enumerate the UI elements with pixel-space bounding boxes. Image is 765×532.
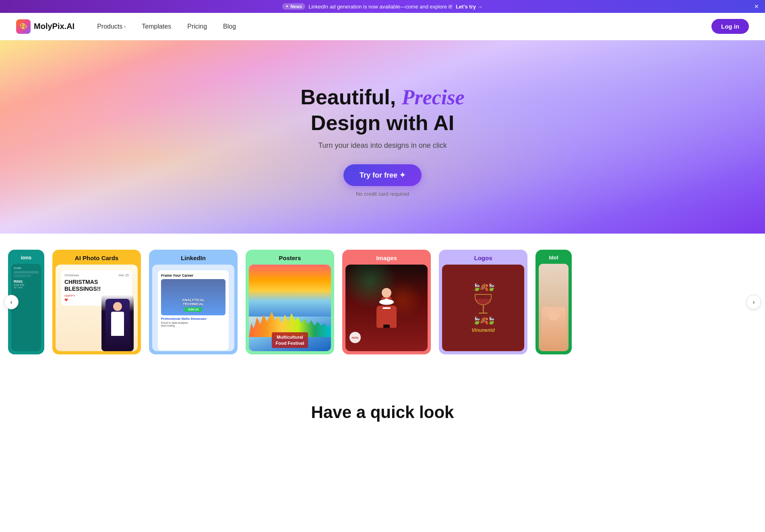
card-linkedin[interactable]: LinkedIn Frame Your Career ANALYTICALTEC… xyxy=(149,250,238,354)
nav-templates[interactable]: Templates xyxy=(135,20,178,33)
card-images-label: Images xyxy=(342,250,431,265)
header: 🎨 MolyPix.AI Products › Templates Pricin… xyxy=(0,13,765,40)
cards-track: ions Invite RING 5:00 PM 56-7490 AI Phot… xyxy=(0,242,765,362)
logo-icon: 🎨 xyxy=(16,19,31,34)
news-badge: News xyxy=(282,3,305,10)
card-invitations-label: ions xyxy=(8,250,44,264)
products-arrow-icon: › xyxy=(124,24,126,29)
card-photo-cards[interactable]: AI Photo Cards Christmas Dec 25 CHRISTMA… xyxy=(52,250,141,354)
no-credit-text: No credit card required xyxy=(300,191,464,197)
header-right: Log in xyxy=(711,19,749,34)
logo-text: MolyPix.AI xyxy=(34,22,74,31)
hero-section: Beautiful, Precise Design with AI Turn y… xyxy=(0,40,765,234)
announcement-link[interactable]: Let's try → xyxy=(456,4,483,10)
main-nav: Products › Templates Pricing Blog xyxy=(91,20,711,33)
card-idol-label: Idol xyxy=(536,250,572,264)
login-button[interactable]: Log in xyxy=(711,19,749,34)
hero-title-line1: Beautiful, Precise xyxy=(300,85,464,109)
nav-pricing[interactable]: Pricing xyxy=(181,20,213,33)
card-logos-label: Logos xyxy=(439,250,527,265)
card-images[interactable]: Images xyxy=(342,250,431,354)
carousel-prev-button[interactable]: ‹ xyxy=(4,295,19,309)
nav-blog[interactable]: Blog xyxy=(217,20,242,33)
carousel-section: ‹ ions Invite RING 5:00 PM 56-7490 AI Ph… xyxy=(0,234,765,379)
card-posters[interactable]: Posters MulticulturalFood Festival xyxy=(246,250,334,354)
announcement-message: LinkedIn ad generation is now available—… xyxy=(308,4,453,10)
hero-subtitle: Turn your ideas into designs in one clic… xyxy=(300,141,464,150)
card-linkedin-label: LinkedIn xyxy=(149,250,238,265)
card-idol[interactable]: Idol xyxy=(536,250,572,354)
announcement-bar: News LinkedIn ad generation is now avail… xyxy=(0,0,765,13)
nav-products[interactable]: Products › xyxy=(91,20,132,33)
hero-content: Beautiful, Precise Design with AI Turn y… xyxy=(300,85,464,197)
card-logos[interactable]: Logos 🍃🍂🍃 🍃🍂🍃 Vinunenid xyxy=(439,250,527,354)
quick-look-section: Have a quick look xyxy=(0,379,765,446)
card-photo-cards-label: AI Photo Cards xyxy=(52,250,141,265)
try-for-free-button[interactable]: Try for free ✦ xyxy=(343,164,422,186)
card-posters-label: Posters xyxy=(246,250,334,265)
carousel-next-button[interactable]: › xyxy=(746,295,761,309)
announcement-close-button[interactable]: × xyxy=(754,3,759,10)
hero-title-line2: Design with AI xyxy=(300,111,464,135)
quick-look-title: Have a quick look xyxy=(8,403,757,422)
logo[interactable]: 🎨 MolyPix.AI xyxy=(16,19,74,34)
